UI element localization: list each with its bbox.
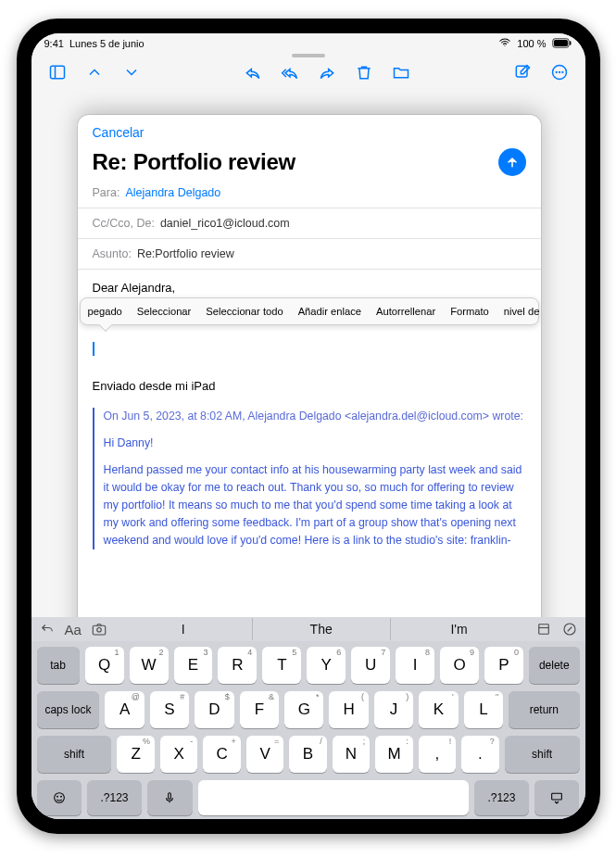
menu-select-all[interactable]: Seleccionar todo [198, 304, 290, 320]
sidebar-toggle-button[interactable] [41, 57, 74, 87]
key-f[interactable]: &F [240, 691, 279, 728]
shift-key-right[interactable]: shift [505, 736, 580, 773]
menu-paste[interactable]: pegado [81, 304, 130, 320]
undo-icon[interactable] [39, 621, 56, 637]
quoted-reply: On Jun 5, 2023, at 8:02 AM, Alejandra De… [93, 408, 526, 549]
handwriting-icon[interactable] [561, 621, 578, 637]
reply-all-button[interactable] [273, 57, 307, 87]
svg-rect-3 [50, 66, 64, 78]
cancel-button[interactable]: Cancelar [93, 125, 145, 140]
space-key[interactable] [198, 780, 470, 815]
forward-button[interactable] [310, 57, 344, 87]
svg-rect-1 [553, 39, 567, 45]
tab-key[interactable]: tab [37, 647, 80, 684]
key-g[interactable]: *G [284, 691, 323, 728]
cursor-line [93, 342, 526, 357]
dictation-key[interactable] [147, 780, 193, 815]
menu-add-link[interactable]: Añadir enlace [291, 304, 369, 320]
key-p[interactable]: 0P [484, 647, 523, 684]
key-t[interactable]: 5T [262, 647, 301, 684]
key-row-3: shift %Z -X +C =V /B ;N :M !, ?. shift [31, 732, 585, 776]
prediction-2[interactable]: The [252, 618, 390, 640]
key-d[interactable]: $D [195, 691, 233, 728]
battery-text: 100 % [517, 38, 546, 49]
onscreen-keyboard: Aa I The I'm tab 1Q 2W 3E 4R [31, 617, 585, 819]
predictive-bar: Aa I The I'm [31, 617, 585, 641]
subject-value: Re:Portfolio review [137, 247, 234, 260]
quote-body: Herland passed me your contact info at h… [104, 461, 526, 549]
svg-rect-2 [569, 41, 571, 45]
svg-rect-12 [538, 625, 548, 635]
key-h[interactable]: (H [329, 691, 368, 728]
key-z[interactable]: %Z [117, 736, 154, 773]
numbers-key-right[interactable]: .?123 [474, 780, 529, 815]
to-value[interactable]: Alejandra Delgado [125, 186, 220, 199]
menu-format[interactable]: Formato [443, 304, 497, 320]
emoji-key[interactable] [37, 780, 82, 815]
capslock-key[interactable]: caps lock [37, 691, 100, 728]
prediction-3[interactable]: I'm [390, 618, 528, 640]
camera-icon[interactable] [91, 621, 107, 637]
menu-select[interactable]: Seleccionar [130, 304, 198, 320]
text-edit-menu: pegado Seleccionar Seleccionar todo Añad… [80, 297, 539, 325]
key-o[interactable]: 9O [440, 647, 479, 684]
numbers-key-left[interactable]: .?123 [87, 780, 142, 815]
folder-button[interactable] [384, 57, 418, 87]
multitask-grabber[interactable] [292, 54, 325, 57]
key-row-2: caps lock @A #S $D &F *G (H )J 'K "L ret… [31, 688, 585, 732]
svg-point-8 [559, 72, 559, 73]
menu-autofill[interactable]: Autorrellenar [369, 304, 443, 320]
signature-text: Enviado desde mi iPad [93, 377, 526, 396]
mail-toolbar [31, 54, 585, 91]
compose-button[interactable] [506, 57, 539, 87]
menu-quote-level[interactable]: nivel de cita [497, 304, 541, 320]
reply-button[interactable] [236, 57, 270, 87]
key-x[interactable]: -X [160, 736, 197, 773]
dismiss-keyboard-key[interactable] [534, 780, 580, 815]
quote-header: On Jun 5, 2023, at 8:02 AM, Alejandra De… [104, 408, 526, 425]
key-q[interactable]: 1Q [85, 647, 124, 684]
quote-greeting: Hi Danny! [104, 435, 526, 452]
key-k[interactable]: 'K [419, 691, 458, 728]
key-comma[interactable]: !, [419, 736, 456, 773]
prev-message-button[interactable] [78, 57, 111, 87]
key-e[interactable]: 3E [174, 647, 213, 684]
subject-label: Asunto: [93, 247, 132, 260]
key-row-4: .?123 .?123 [31, 776, 585, 819]
compose-title: Re: Portfolio review [93, 149, 295, 175]
key-v[interactable]: =V [246, 736, 283, 773]
trash-button[interactable] [347, 57, 381, 87]
delete-key[interactable]: delete [529, 647, 580, 684]
scan-icon[interactable] [535, 621, 552, 637]
svg-point-17 [60, 796, 61, 797]
key-u[interactable]: 7U [351, 647, 390, 684]
next-message-button[interactable] [115, 57, 148, 87]
key-s[interactable]: #S [150, 691, 189, 728]
prediction-1[interactable]: I [115, 618, 252, 640]
subject-field[interactable]: Asunto: Re:Portfolio review [78, 239, 541, 270]
key-m[interactable]: :M [375, 736, 412, 773]
more-button[interactable] [543, 57, 576, 87]
key-j[interactable]: )J [374, 691, 413, 728]
to-field[interactable]: Para: Alejandra Delgado [78, 178, 541, 208]
key-w[interactable]: 2W [130, 647, 169, 684]
key-i[interactable]: 8I [396, 647, 434, 684]
svg-point-16 [57, 796, 57, 797]
return-key[interactable]: return [509, 691, 579, 728]
key-c[interactable]: +C [203, 736, 240, 773]
key-a[interactable]: @A [105, 691, 144, 728]
key-n[interactable]: ;N [333, 736, 370, 773]
key-r[interactable]: 4R [218, 647, 257, 684]
shift-key-left[interactable]: shift [37, 736, 112, 773]
key-b[interactable]: /B [289, 736, 326, 773]
key-period[interactable]: ?. [461, 736, 498, 773]
text-cursor [93, 342, 94, 356]
status-date: Lunes 5 de junio [69, 38, 145, 49]
key-l[interactable]: "L [464, 691, 503, 728]
svg-rect-10 [93, 625, 106, 635]
svg-point-9 [561, 72, 562, 73]
send-button[interactable] [498, 148, 526, 176]
format-aa[interactable]: Aa [65, 622, 82, 637]
cc-field[interactable]: Cc/Cco, De: daniel_rico1@icloud.com [78, 208, 541, 239]
key-y[interactable]: 6Y [307, 647, 346, 684]
